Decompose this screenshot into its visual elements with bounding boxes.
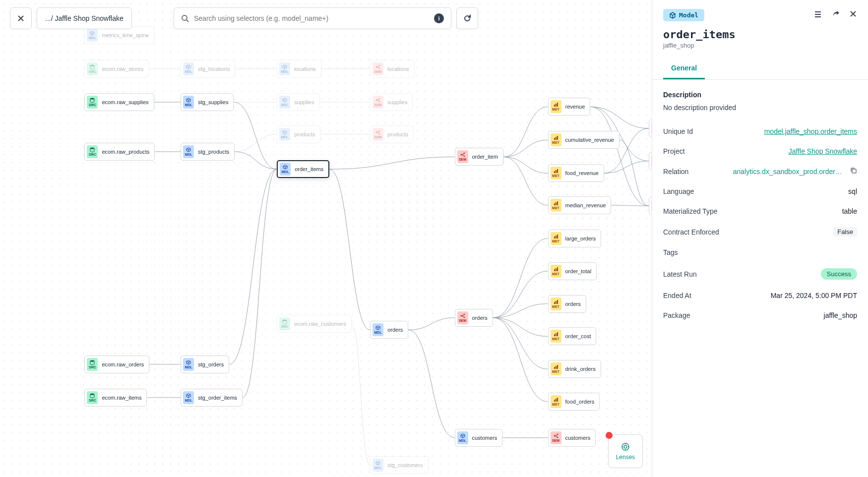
node-ord_total[interactable]: METorder_total	[548, 262, 597, 280]
svg-rect-27	[554, 171, 555, 173]
src-tag: SRC	[87, 62, 98, 75]
notification-dot	[606, 432, 613, 439]
node-stg_cust[interactable]: MDLstg_customers	[370, 456, 429, 474]
node-order_items[interactable]: MDLorder_items	[277, 160, 329, 178]
node-food_rev[interactable]: METfood_revenue	[548, 164, 604, 182]
node-label: ecom.raw_products	[102, 149, 149, 155]
node-revenue[interactable]: METrevenue	[548, 98, 591, 116]
sem-tag: SEM	[457, 150, 468, 163]
node-raw_cust[interactable]: SRCecom.raw_customers	[277, 315, 352, 333]
node-label: stg_customers	[387, 462, 423, 468]
node-label: stg_supplies	[198, 99, 228, 105]
project-value[interactable]: Jaffle Shop Snowflake	[690, 147, 857, 155]
svg-rect-28	[556, 170, 557, 173]
svg-rect-26	[557, 136, 558, 140]
svg-rect-21	[554, 105, 555, 107]
node-raw_items[interactable]: SRCecom.raw_items	[84, 389, 147, 407]
list-icon[interactable]	[813, 10, 822, 20]
node-food_ord[interactable]: METfood_orders	[548, 393, 600, 411]
breadcrumb[interactable]: .../ Jaffle Shop Snowflake	[37, 7, 132, 29]
svg-rect-46	[556, 366, 557, 369]
search-box[interactable]: i	[174, 7, 451, 29]
node-products_s[interactable]: SEMproducts	[370, 125, 414, 143]
node-orders_met[interactable]: METorders	[548, 295, 586, 313]
node-label: locations	[387, 66, 409, 72]
svg-point-20	[464, 317, 465, 318]
svg-point-6	[376, 66, 377, 67]
resource-type-pill: Model	[663, 9, 704, 21]
svg-rect-36	[554, 269, 555, 271]
svg-rect-32	[557, 201, 558, 205]
svg-rect-38	[557, 267, 558, 271]
search-input[interactable]	[194, 14, 429, 22]
copy-icon[interactable]	[850, 167, 857, 176]
contract-value: False	[833, 227, 857, 237]
met-tag: MET	[551, 167, 561, 179]
mdl-tag: MDL	[372, 323, 383, 336]
src-tag: SRC	[87, 391, 98, 404]
node-raw_supplies[interactable]: SRCecom.raw_supplies	[84, 93, 154, 111]
mdl-tag: MDL	[183, 391, 194, 404]
close-sidebar-icon[interactable]	[849, 10, 857, 20]
share-icon[interactable]	[831, 10, 840, 20]
svg-point-17	[464, 156, 465, 157]
node-cum_rev[interactable]: METcumulative_revenue	[548, 131, 620, 149]
node-raw_orders[interactable]: SRCecom.raw_orders	[84, 356, 149, 373]
svg-point-7	[379, 65, 380, 66]
node-products_m[interactable]: MDLproducts	[277, 125, 320, 143]
svg-rect-48	[554, 400, 555, 402]
node-supplies_m[interactable]: MDLsupplies	[277, 93, 319, 111]
node-locations_s[interactable]: SEMlocations	[370, 60, 414, 78]
svg-point-14	[379, 133, 380, 134]
latest-run-label: Latest Run	[663, 270, 697, 278]
mdl-tag: MDL	[183, 62, 194, 75]
node-supplies_s[interactable]: SEMsupplies	[370, 93, 413, 111]
node-orders_m[interactable]: MDLorders	[370, 321, 408, 339]
node-customers_m[interactable]: MDLcustomers	[455, 429, 503, 447]
met-tag: MET	[551, 330, 561, 343]
mdl-tag: MDL	[279, 96, 290, 109]
materialized-label: Materialized Type	[663, 207, 717, 215]
node-stg_oi[interactable]: MDLstg_order_items	[181, 389, 243, 407]
node-large_ord[interactable]: METlarge_orders	[548, 230, 602, 247]
svg-rect-29	[557, 169, 558, 173]
close-button[interactable]	[10, 7, 32, 29]
info-icon[interactable]: i	[434, 13, 444, 23]
svg-rect-45	[554, 367, 555, 369]
svg-rect-22	[556, 104, 557, 107]
node-label: locations	[294, 66, 315, 72]
node-stg_loc[interactable]: MDLstg_locations	[181, 60, 235, 78]
node-orders_s[interactable]: SEMorders	[455, 309, 493, 327]
node-order_item_s[interactable]: SEMorder_item	[455, 148, 504, 166]
svg-rect-39	[554, 302, 555, 304]
node-stg_sup[interactable]: MDLstg_supplies	[181, 93, 234, 111]
node-locations_m[interactable]: MDLlocations	[277, 60, 321, 78]
language-label: Language	[663, 187, 694, 195]
src-tag: SRC	[87, 145, 98, 158]
svg-rect-31	[556, 202, 557, 205]
ended-at-label: Ended At	[663, 292, 691, 299]
node-drink_ord[interactable]: METdrink_orders	[548, 360, 601, 378]
svg-point-2	[90, 147, 94, 149]
node-ord_cost[interactable]: METorder_cost	[548, 327, 597, 345]
tab-general[interactable]: General	[663, 58, 705, 79]
node-label: food_revenue	[565, 170, 599, 176]
met-tag: MET	[551, 133, 561, 146]
lenses-button[interactable]: Lenses	[608, 434, 643, 468]
svg-point-65	[624, 445, 627, 448]
unique-id-value[interactable]: model.jaffle_shop.order_items	[698, 127, 857, 135]
node-raw_stores[interactable]: SRCecom.raw_stores	[84, 60, 149, 78]
svg-rect-23	[557, 103, 558, 107]
refresh-button[interactable]	[456, 7, 478, 29]
graph-canvas[interactable]: MDLmetrics_time_spineSRCecom.raw_storesS…	[0, 0, 652, 477]
node-customers_s[interactable]: SEMcustomers	[548, 429, 596, 447]
svg-rect-42	[554, 334, 555, 336]
svg-rect-40	[556, 301, 557, 304]
node-raw_products[interactable]: SRCecom.raw_products	[84, 143, 155, 161]
node-stg_ord[interactable]: MDLstg_orders	[181, 356, 229, 373]
node-stg_prod[interactable]: MDLstg_products	[181, 143, 235, 161]
svg-rect-43	[556, 333, 557, 336]
node-med_rev[interactable]: METmedian_revenue	[548, 196, 612, 214]
met-tag: MET	[551, 232, 561, 245]
node-label: stg_order_items	[198, 395, 237, 401]
